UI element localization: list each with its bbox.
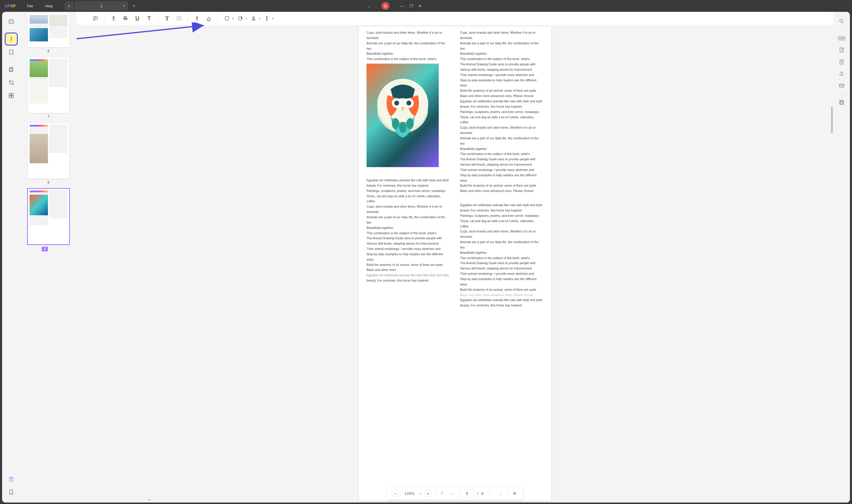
note-button[interactable] [90,14,101,23]
text-line: This combination is the subject of this … [366,56,426,62]
page-thumbnail[interactable] [28,189,69,244]
tools-button[interactable] [6,90,17,101]
text-line: Times, cat and dog art sells a lot of t-… [366,194,426,204]
tab-dropdown[interactable]: ▾ [65,1,74,10]
svg-point-21 [399,122,406,133]
text-line: This combination is the subject of this … [366,231,426,236]
close-icon[interactable]: × [123,3,125,8]
document-viewport[interactable]: Cups, store brands and other items. Whet… [77,25,426,252]
pages-tool-button[interactable] [6,64,17,75]
app-frame: 6 7 8 9 S U T〰 T T [2,12,426,252]
crop-tool-button[interactable] [6,77,17,88]
thumbnail-number: 9 [42,247,48,251]
svg-rect-1 [10,50,13,54]
svg-point-14 [253,17,254,18]
app-logo: UPDF [0,3,21,8]
minimize-icon[interactable]: — [400,4,404,8]
text-line: Animals are a part of our daily life, th… [366,215,426,226]
chevron-down-icon[interactable]: ▾ [259,17,260,20]
chevron-down-icon[interactable]: ▾ [272,17,274,20]
page-image-owl [366,64,426,167]
strikethrough-button[interactable]: S [120,14,131,23]
text-line: Beautifully together. [366,51,426,56]
separator [218,15,218,21]
page-thumbnail[interactable] [28,57,69,113]
svg-rect-6 [9,96,11,98]
squiggly-button[interactable]: T〰 [144,14,155,23]
separator [158,15,158,21]
menu-file[interactable]: File [21,4,39,8]
text-line: The Animal Drawing Guide aims to provide… [366,236,426,241]
thumbnail-number: 6 [23,49,74,53]
text-line: Paintings, sculptures, jewelry, and even… [366,188,426,194]
text-line: Animals are a part of our daily life, th… [366,41,426,52]
maximize-icon[interactable]: ❐ [410,4,413,8]
text-line: Various skill levels, stepping stones fo… [366,241,426,246]
document-page: Cups, store brands and other items. Whet… [359,26,426,252]
sticker-button[interactable] [235,14,246,23]
highlight-button[interactable] [108,14,119,23]
annotation-toolbar: S U T〰 T T ▾ ▾ ▾ ▾ [77,12,426,25]
separator [188,15,188,21]
eraser-button[interactable] [203,14,214,23]
menu-help[interactable]: Help [39,4,59,8]
textbox-button[interactable]: T [174,14,184,23]
text-line: Beautifully together. [366,226,426,231]
pencil-button[interactable] [192,14,202,23]
svg-text:T: T [178,17,180,20]
shape-button[interactable] [222,14,232,23]
svg-rect-5 [12,93,14,95]
signature-button[interactable] [261,14,272,23]
text-line: Their animal renderings. I provide many … [366,246,426,252]
svg-rect-4 [9,93,11,95]
chevron-down-icon[interactable]: ▾ [246,17,247,20]
thumbnail-panel[interactable]: 6 7 8 9 [20,12,77,252]
close-window-icon[interactable]: ✕ [418,4,421,8]
page-thumbnail[interactable] [28,123,69,179]
text-line: beauty. For centuries, this horse has in… [366,183,426,188]
add-tab-button[interactable]: + [132,3,136,9]
svg-point-19 [406,101,411,105]
text-line: Cups, store brands and other items. Whet… [366,204,426,215]
svg-rect-0 [9,19,14,23]
svg-rect-12 [225,17,229,20]
comment-tool-button[interactable] [6,33,17,45]
titlebar: UPDF File Help ▾ 1 × + ⌄ B — ❐ ✕ [0,0,426,12]
user-avatar[interactable]: B [382,2,389,10]
text-line: Egyptian art celebrates animals like cat… [366,178,426,183]
left-rail [2,12,20,252]
page-column-left: Cups, store brands and other items. Whet… [366,30,426,252]
svg-point-22 [406,118,414,129]
document-tab[interactable]: 1 × [75,1,128,11]
page-thumbnail[interactable] [28,13,69,47]
stamp-button[interactable] [248,14,259,23]
thumbnail-number: 7 [23,115,74,119]
thumbnail-number: 8 [23,180,74,184]
chevron-down-icon[interactable]: ⌄ [367,3,371,8]
main-area: S U T〰 T T ▾ ▾ ▾ ▾ Cups, store brands an… [77,12,426,252]
text-line: Cups, store brands and other items. Whet… [366,30,426,41]
chevron-down-icon[interactable]: ▾ [232,17,234,20]
edit-tool-button[interactable] [6,47,17,58]
text-line: Step-by-step examples to help readers se… [366,252,426,252]
divider [376,3,376,8]
svg-point-20 [392,118,399,129]
text-button[interactable]: T [162,14,173,23]
svg-rect-9 [93,16,97,19]
divider [395,3,395,8]
svg-rect-7 [12,96,14,98]
reader-mode-button[interactable] [6,16,17,27]
tab-label: 1 [100,4,102,8]
underline-button[interactable]: U [132,14,143,23]
divider [8,30,15,31]
svg-point-18 [394,101,399,105]
